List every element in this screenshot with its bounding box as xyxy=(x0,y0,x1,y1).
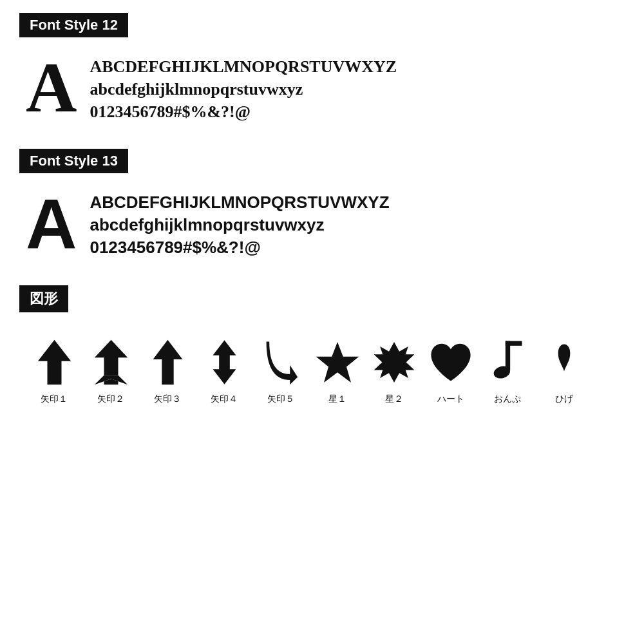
svg-marker-6 xyxy=(213,355,236,384)
font-style-13-label: Font Style 13 xyxy=(19,149,128,173)
svg-marker-7 xyxy=(316,342,359,383)
note-label: おんぷ xyxy=(494,393,521,405)
arrow5-label: 矢印５ xyxy=(267,393,294,405)
heart-icon xyxy=(428,337,473,388)
shape-heart: ハート xyxy=(422,337,479,405)
font-style-13-section: Font Style 13 A ABCDEFGHIJKLMNOPQRSTUVWX… xyxy=(19,149,625,259)
arrow1-label: 矢印１ xyxy=(41,393,68,405)
svg-marker-4 xyxy=(153,340,182,385)
arrow3-icon xyxy=(145,337,190,388)
shapes-label: 図形 xyxy=(19,285,68,312)
heart-label: ハート xyxy=(437,393,464,405)
shapes-section: 図形 矢印１ 矢印２ xyxy=(19,285,625,405)
arrow2-icon xyxy=(88,337,133,388)
mustache-label: ひげ xyxy=(555,393,573,405)
shape-arrow3: 矢印３ xyxy=(139,337,196,405)
page: Font Style 12 A ABCDEFGHIJKLMNOPQRSTUVWX… xyxy=(0,0,644,418)
font-style-13-uppercase: ABCDEFGHIJKLMNOPQRSTUVWXYZ xyxy=(90,191,389,214)
shape-arrow2: 矢印２ xyxy=(82,337,139,405)
arrow4-icon xyxy=(202,337,247,388)
font-style-12-section: Font Style 12 A ABCDEFGHIJKLMNOPQRSTUVWX… xyxy=(19,13,625,123)
mustache-icon xyxy=(542,337,587,388)
note-icon xyxy=(485,337,530,388)
star1-icon xyxy=(315,337,360,388)
svg-rect-11 xyxy=(505,341,522,346)
shape-note: おんぷ xyxy=(479,337,536,405)
arrow2-label: 矢印２ xyxy=(97,393,124,405)
font-style-12-label: Font Style 12 xyxy=(19,13,128,37)
font-style-13-numbers: 0123456789#$%&?!@ xyxy=(90,236,389,259)
arrow4-label: 矢印４ xyxy=(211,393,238,405)
font-style-13-chars: ABCDEFGHIJKLMNOPQRSTUVWXYZ abcdefghijklm… xyxy=(90,185,389,259)
shapes-grid: 矢印１ 矢印２ xyxy=(19,337,625,405)
arrow1-icon xyxy=(32,337,77,388)
star2-icon xyxy=(372,337,417,388)
shape-arrow1: 矢印１ xyxy=(26,337,82,405)
shape-arrow4: 矢印４ xyxy=(196,337,252,405)
svg-marker-0 xyxy=(37,340,70,385)
font-style-13-demo: A ABCDEFGHIJKLMNOPQRSTUVWXYZ abcdefghijk… xyxy=(19,185,625,259)
font-style-12-numbers: 0123456789#$%&?!@ xyxy=(90,100,397,123)
font-style-12-lowercase: abcdefghijklmnopqrstuvwxyz xyxy=(90,78,397,100)
star2-label: 星２ xyxy=(385,393,403,405)
shape-mustache: ひげ xyxy=(536,337,592,405)
shape-star1: 星１ xyxy=(309,337,366,405)
font-style-12-big-a: A xyxy=(26,52,77,123)
font-style-12-uppercase: ABCDEFGHIJKLMNOPQRSTUVWXYZ xyxy=(90,55,397,78)
font-style-13-lowercase: abcdefghijklmnopqrstuvwxyz xyxy=(90,214,389,236)
font-style-12-chars: ABCDEFGHIJKLMNOPQRSTUVWXYZ abcdefghijklm… xyxy=(90,49,397,123)
star1-label: 星１ xyxy=(328,393,346,405)
arrow3-label: 矢印３ xyxy=(154,393,181,405)
font-style-13-big-a: A xyxy=(26,188,77,259)
shape-arrow5: 矢印５ xyxy=(252,337,309,405)
font-style-12-demo: A ABCDEFGHIJKLMNOPQRSTUVWXYZ abcdefghijk… xyxy=(19,49,625,123)
shape-star2: 星２ xyxy=(366,337,422,405)
arrow5-icon xyxy=(258,337,303,388)
